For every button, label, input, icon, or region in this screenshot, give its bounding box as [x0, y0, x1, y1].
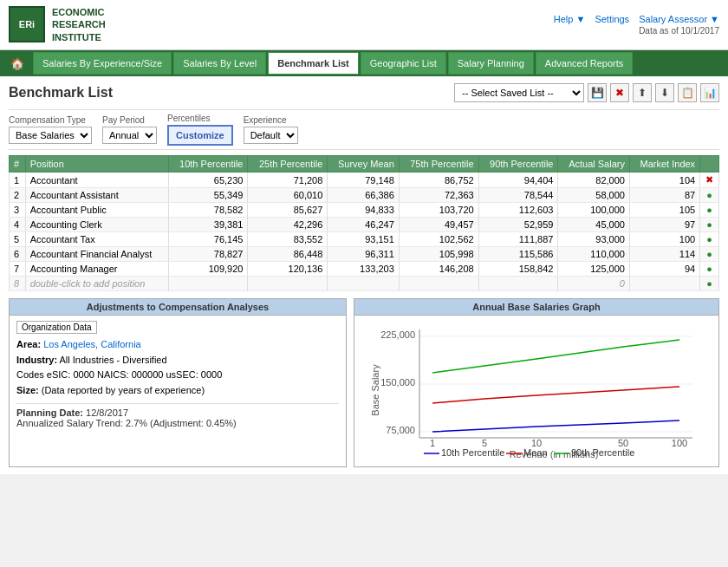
tab-salaries-exp[interactable]: Salaries By Experience/Size	[33, 52, 172, 75]
col-action	[700, 156, 719, 173]
table-row: 6 Accountant Financial Analyst 78,827 86…	[10, 247, 719, 262]
cell-actual: 0	[558, 277, 630, 291]
area-row: Area: Los Angeles, California	[16, 337, 339, 353]
settings-link[interactable]: Settings	[595, 14, 629, 24]
col-actual: Actual Salary	[558, 156, 630, 173]
codes-label: Codes	[16, 369, 44, 380]
area-value[interactable]: Los Angeles, California	[43, 339, 141, 349]
salary-chart: Base Salary 225,000 150,000 75,000 1 5	[360, 321, 713, 459]
table-row: 5 Accountant Tax 76,145 83,552 93,151 10…	[10, 232, 719, 247]
page-title: Benchmark List	[9, 85, 113, 101]
cell-actual: 100,000	[558, 203, 630, 218]
cell-p10: 55,349	[168, 188, 248, 203]
area-label: Area:	[16, 339, 41, 349]
planning-date-label: Planning Date:	[16, 407, 83, 418]
planning-date-row: Planning Date: 12/8/2017	[16, 407, 339, 418]
cell-market: 94	[629, 262, 699, 277]
cell-action[interactable]: ●	[700, 277, 719, 291]
cell-p10	[168, 277, 248, 291]
cell-p10: 78,582	[168, 203, 248, 218]
cell-p75: 72,363	[399, 188, 478, 203]
size-row: Size: (Data reported by years of experie…	[16, 383, 339, 399]
cell-mean: 94,833	[328, 203, 400, 218]
experience-select[interactable]: Default	[244, 127, 298, 144]
esic-value: eSIC: 0000	[47, 369, 94, 380]
download-btn[interactable]: ⬇	[655, 83, 674, 102]
tab-geographic[interactable]: Geographic List	[361, 52, 446, 75]
app-header: ERi ECONOMIC RESEARCH INSTITUTE Help ▼ S…	[0, 0, 728, 50]
compensation-type-select[interactable]: Base Salaries	[9, 127, 92, 144]
save-btn[interactable]: 💾	[588, 83, 607, 102]
table-row: 8 double-click to add position 0 ●	[10, 277, 719, 291]
upload-btn[interactable]: ⬆	[633, 83, 652, 102]
cell-position: Accountant Financial Analyst	[25, 247, 168, 262]
tab-benchmark[interactable]: Benchmark List	[268, 52, 359, 75]
cell-p25: 83,552	[248, 232, 328, 247]
codes-row: Codes eSIC: 0000 NAICS: 000000 usSEC: 00…	[16, 368, 339, 383]
cell-p90: 78,544	[478, 188, 558, 203]
help-link[interactable]: Help ▼	[554, 14, 586, 24]
cell-mean: 79,148	[328, 173, 400, 188]
cell-mean: 93,151	[328, 232, 400, 247]
cell-num: 1	[10, 173, 26, 188]
cell-mean: 66,386	[328, 188, 400, 203]
svg-text:225,000: 225,000	[380, 329, 415, 340]
cell-action[interactable]: ●	[700, 262, 719, 277]
cell-mean: 46,247	[328, 218, 400, 232]
home-button[interactable]: 🏠	[3, 54, 31, 74]
compensation-type-label: Compensation Type	[9, 115, 92, 125]
cell-action[interactable]: ●	[700, 218, 719, 232]
tab-advanced[interactable]: Advanced Reports	[536, 52, 634, 75]
cell-position: Accountant Public	[25, 203, 168, 218]
percentiles-group: Percentiles Customize	[167, 114, 233, 146]
cell-p75	[399, 277, 478, 291]
left-panel-header: Adjustments to Compensation Analyses	[10, 299, 346, 316]
cell-p90: 94,404	[478, 173, 558, 188]
navbar: 🏠 Salaries By Experience/Size Salaries B…	[0, 50, 728, 76]
chart-btn[interactable]: 📊	[700, 83, 719, 102]
industry-value: All Industries - Diversified	[60, 355, 167, 365]
customize-button[interactable]: Customize	[167, 125, 233, 146]
salary-assessor-link[interactable]: Salary Assessor ▼	[639, 14, 719, 24]
benchmark-table-wrap: # Position 10th Percentile 25th Percenti…	[9, 155, 719, 291]
bottom-area: Adjustments to Compensation Analyses Org…	[9, 298, 719, 467]
data-date: Data as of 10/1/2017	[547, 26, 719, 36]
cell-actual: 125,000	[558, 262, 630, 277]
tab-salaries-level[interactable]: Salaries By Level	[173, 52, 266, 75]
cell-p10: 76,145	[168, 232, 248, 247]
svg-text:Base Salary: Base Salary	[370, 364, 380, 416]
cell-action[interactable]: ●	[700, 188, 719, 203]
cell-p25: 85,627	[248, 203, 328, 218]
logo-box: ERi	[9, 6, 45, 42]
size-value: (Data reported by years of experience)	[42, 385, 205, 395]
svg-text:75,000: 75,000	[386, 425, 415, 435]
toolbar-right: -- Select Saved List -- 💾 ✖ ⬆ ⬇ 📋 📊	[454, 83, 719, 102]
pay-period-label: Pay Period	[102, 115, 157, 125]
cell-action[interactable]: ●	[700, 247, 719, 262]
select-saved-list[interactable]: -- Select Saved List --	[454, 83, 584, 102]
pay-period-select[interactable]: Annual	[102, 127, 157, 144]
industry-label: Industry:	[16, 355, 57, 365]
cell-p75: 103,720	[399, 203, 478, 218]
svg-text:Mean: Mean	[523, 447, 548, 458]
chart-area: Base Salary 225,000 150,000 75,000 1 5	[354, 316, 718, 466]
copy-btn[interactable]: 📋	[678, 83, 697, 102]
cell-action[interactable]: ✖	[700, 173, 719, 188]
svg-text:10th Percentile: 10th Percentile	[441, 447, 504, 458]
table-row: 4 Accounting Clerk 39,381 42,296 46,247 …	[10, 218, 719, 232]
cell-action[interactable]: ●	[700, 232, 719, 247]
org-data-button[interactable]: Organization Data	[16, 321, 97, 334]
table-row: 2 Accountant Assistant 55,349 60,010 66,…	[10, 188, 719, 203]
tab-salary-planning[interactable]: Salary Planning	[448, 52, 534, 75]
cell-num: 7	[10, 262, 26, 277]
cell-action[interactable]: ●	[700, 203, 719, 218]
cell-p25: 42,296	[248, 218, 328, 232]
cell-mean: 133,203	[328, 262, 400, 277]
cell-market: 87	[629, 188, 699, 203]
cell-p90: 115,586	[478, 247, 558, 262]
salary-trend: Annualized Salary Trend: 2.7% (Adjustmen…	[16, 418, 339, 428]
cell-num: 3	[10, 203, 26, 218]
org-info: Area: Los Angeles, California Industry: …	[16, 337, 339, 398]
close-btn[interactable]: ✖	[610, 83, 629, 102]
cell-mean	[328, 277, 400, 291]
